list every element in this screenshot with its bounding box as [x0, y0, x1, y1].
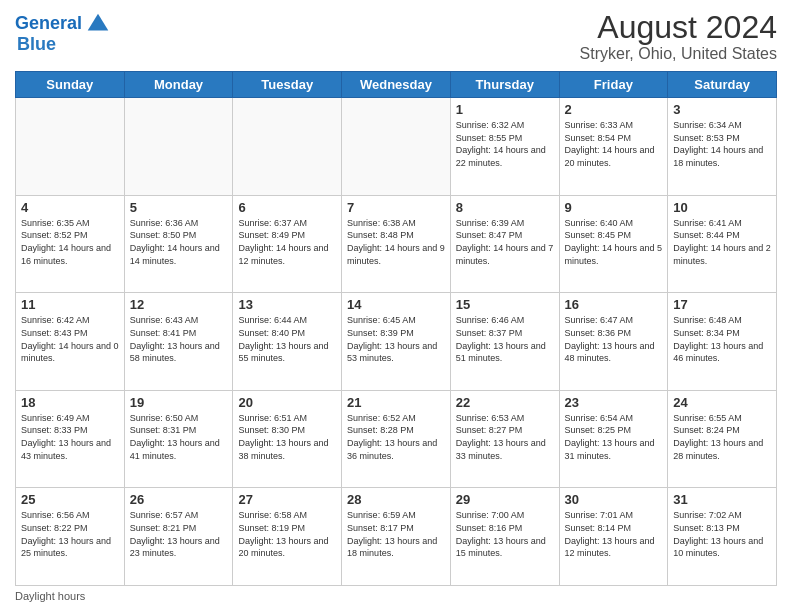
header-wednesday: Wednesday — [342, 72, 451, 98]
svg-marker-0 — [88, 14, 109, 31]
table-row: 22Sunrise: 6:53 AM Sunset: 8:27 PM Dayli… — [450, 390, 559, 488]
day-number: 24 — [673, 395, 771, 410]
day-info: Sunrise: 6:36 AM Sunset: 8:50 PM Dayligh… — [130, 217, 228, 267]
day-number: 30 — [565, 492, 663, 507]
calendar-week-row: 11Sunrise: 6:42 AM Sunset: 8:43 PM Dayli… — [16, 293, 777, 391]
daylight-label: Daylight hours — [15, 590, 85, 602]
table-row: 31Sunrise: 7:02 AM Sunset: 8:13 PM Dayli… — [668, 488, 777, 586]
day-info: Sunrise: 6:32 AM Sunset: 8:55 PM Dayligh… — [456, 119, 554, 169]
table-row: 10Sunrise: 6:41 AM Sunset: 8:44 PM Dayli… — [668, 195, 777, 293]
day-number: 11 — [21, 297, 119, 312]
calendar-week-row: 25Sunrise: 6:56 AM Sunset: 8:22 PM Dayli… — [16, 488, 777, 586]
day-number: 18 — [21, 395, 119, 410]
table-row: 3Sunrise: 6:34 AM Sunset: 8:53 PM Daylig… — [668, 98, 777, 196]
day-number: 5 — [130, 200, 228, 215]
day-info: Sunrise: 6:50 AM Sunset: 8:31 PM Dayligh… — [130, 412, 228, 462]
day-number: 21 — [347, 395, 445, 410]
header-friday: Friday — [559, 72, 668, 98]
table-row: 27Sunrise: 6:58 AM Sunset: 8:19 PM Dayli… — [233, 488, 342, 586]
table-row: 1Sunrise: 6:32 AM Sunset: 8:55 PM Daylig… — [450, 98, 559, 196]
page: General Blue August 2024 Stryker, Ohio, … — [0, 0, 792, 612]
header: General Blue August 2024 Stryker, Ohio, … — [15, 10, 777, 63]
day-info: Sunrise: 6:41 AM Sunset: 8:44 PM Dayligh… — [673, 217, 771, 267]
table-row: 23Sunrise: 6:54 AM Sunset: 8:25 PM Dayli… — [559, 390, 668, 488]
table-row: 26Sunrise: 6:57 AM Sunset: 8:21 PM Dayli… — [124, 488, 233, 586]
day-number: 1 — [456, 102, 554, 117]
calendar-body: 1Sunrise: 6:32 AM Sunset: 8:55 PM Daylig… — [16, 98, 777, 586]
day-number: 13 — [238, 297, 336, 312]
table-row: 13Sunrise: 6:44 AM Sunset: 8:40 PM Dayli… — [233, 293, 342, 391]
header-thursday: Thursday — [450, 72, 559, 98]
table-row: 6Sunrise: 6:37 AM Sunset: 8:49 PM Daylig… — [233, 195, 342, 293]
day-number: 31 — [673, 492, 771, 507]
day-info: Sunrise: 6:42 AM Sunset: 8:43 PM Dayligh… — [21, 314, 119, 364]
table-row: 25Sunrise: 6:56 AM Sunset: 8:22 PM Dayli… — [16, 488, 125, 586]
day-info: Sunrise: 7:02 AM Sunset: 8:13 PM Dayligh… — [673, 509, 771, 559]
day-info: Sunrise: 6:33 AM Sunset: 8:54 PM Dayligh… — [565, 119, 663, 169]
day-number: 28 — [347, 492, 445, 507]
table-row: 17Sunrise: 6:48 AM Sunset: 8:34 PM Dayli… — [668, 293, 777, 391]
table-row: 11Sunrise: 6:42 AM Sunset: 8:43 PM Dayli… — [16, 293, 125, 391]
day-number: 23 — [565, 395, 663, 410]
table-row: 18Sunrise: 6:49 AM Sunset: 8:33 PM Dayli… — [16, 390, 125, 488]
day-info: Sunrise: 7:00 AM Sunset: 8:16 PM Dayligh… — [456, 509, 554, 559]
day-info: Sunrise: 6:54 AM Sunset: 8:25 PM Dayligh… — [565, 412, 663, 462]
header-sunday: Sunday — [16, 72, 125, 98]
table-row — [342, 98, 451, 196]
calendar-subtitle: Stryker, Ohio, United States — [580, 45, 777, 63]
calendar-week-row: 18Sunrise: 6:49 AM Sunset: 8:33 PM Dayli… — [16, 390, 777, 488]
table-row: 28Sunrise: 6:59 AM Sunset: 8:17 PM Dayli… — [342, 488, 451, 586]
day-number: 26 — [130, 492, 228, 507]
day-info: Sunrise: 6:47 AM Sunset: 8:36 PM Dayligh… — [565, 314, 663, 364]
day-info: Sunrise: 6:46 AM Sunset: 8:37 PM Dayligh… — [456, 314, 554, 364]
logo-icon — [84, 10, 112, 38]
day-number: 6 — [238, 200, 336, 215]
day-number: 8 — [456, 200, 554, 215]
table-row: 7Sunrise: 6:38 AM Sunset: 8:48 PM Daylig… — [342, 195, 451, 293]
header-tuesday: Tuesday — [233, 72, 342, 98]
day-info: Sunrise: 6:44 AM Sunset: 8:40 PM Dayligh… — [238, 314, 336, 364]
table-row: 29Sunrise: 7:00 AM Sunset: 8:16 PM Dayli… — [450, 488, 559, 586]
table-row: 21Sunrise: 6:52 AM Sunset: 8:28 PM Dayli… — [342, 390, 451, 488]
day-info: Sunrise: 6:58 AM Sunset: 8:19 PM Dayligh… — [238, 509, 336, 559]
day-info: Sunrise: 7:01 AM Sunset: 8:14 PM Dayligh… — [565, 509, 663, 559]
table-row: 5Sunrise: 6:36 AM Sunset: 8:50 PM Daylig… — [124, 195, 233, 293]
table-row: 2Sunrise: 6:33 AM Sunset: 8:54 PM Daylig… — [559, 98, 668, 196]
table-row: 4Sunrise: 6:35 AM Sunset: 8:52 PM Daylig… — [16, 195, 125, 293]
calendar-week-row: 4Sunrise: 6:35 AM Sunset: 8:52 PM Daylig… — [16, 195, 777, 293]
day-info: Sunrise: 6:59 AM Sunset: 8:17 PM Dayligh… — [347, 509, 445, 559]
day-number: 12 — [130, 297, 228, 312]
day-number: 27 — [238, 492, 336, 507]
day-info: Sunrise: 6:45 AM Sunset: 8:39 PM Dayligh… — [347, 314, 445, 364]
logo-text: General — [15, 14, 82, 34]
day-number: 9 — [565, 200, 663, 215]
day-info: Sunrise: 6:51 AM Sunset: 8:30 PM Dayligh… — [238, 412, 336, 462]
day-info: Sunrise: 6:56 AM Sunset: 8:22 PM Dayligh… — [21, 509, 119, 559]
day-info: Sunrise: 6:53 AM Sunset: 8:27 PM Dayligh… — [456, 412, 554, 462]
day-number: 10 — [673, 200, 771, 215]
calendar-week-row: 1Sunrise: 6:32 AM Sunset: 8:55 PM Daylig… — [16, 98, 777, 196]
day-number: 16 — [565, 297, 663, 312]
day-info: Sunrise: 6:48 AM Sunset: 8:34 PM Dayligh… — [673, 314, 771, 364]
weekday-header-row: Sunday Monday Tuesday Wednesday Thursday… — [16, 72, 777, 98]
day-number: 4 — [21, 200, 119, 215]
day-number: 7 — [347, 200, 445, 215]
day-info: Sunrise: 6:52 AM Sunset: 8:28 PM Dayligh… — [347, 412, 445, 462]
day-info: Sunrise: 6:40 AM Sunset: 8:45 PM Dayligh… — [565, 217, 663, 267]
table-row: 8Sunrise: 6:39 AM Sunset: 8:47 PM Daylig… — [450, 195, 559, 293]
table-row — [124, 98, 233, 196]
day-info: Sunrise: 6:57 AM Sunset: 8:21 PM Dayligh… — [130, 509, 228, 559]
day-number: 2 — [565, 102, 663, 117]
day-info: Sunrise: 6:43 AM Sunset: 8:41 PM Dayligh… — [130, 314, 228, 364]
day-number: 29 — [456, 492, 554, 507]
table-row — [233, 98, 342, 196]
day-info: Sunrise: 6:35 AM Sunset: 8:52 PM Dayligh… — [21, 217, 119, 267]
title-block: August 2024 Stryker, Ohio, United States — [580, 10, 777, 63]
day-number: 25 — [21, 492, 119, 507]
day-number: 19 — [130, 395, 228, 410]
table-row — [16, 98, 125, 196]
footer: Daylight hours — [15, 590, 777, 602]
day-number: 17 — [673, 297, 771, 312]
table-row: 16Sunrise: 6:47 AM Sunset: 8:36 PM Dayli… — [559, 293, 668, 391]
calendar-table: Sunday Monday Tuesday Wednesday Thursday… — [15, 71, 777, 586]
